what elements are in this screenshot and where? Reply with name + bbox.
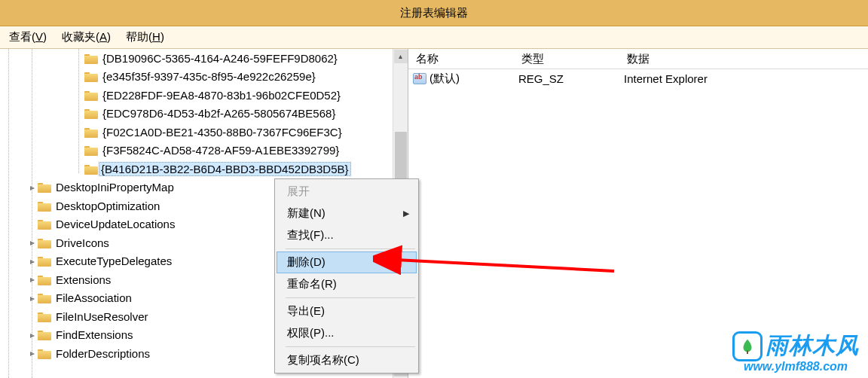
folder-icon	[38, 255, 51, 267]
tree-item[interactable]: ▸{EDC978D6-4D53-4b2f-A265-5805674BE568}	[0, 105, 393, 123]
tree-item[interactable]: ▸{e345f35f-9397-435c-8f95-4e922c26259e}	[0, 68, 393, 87]
watermark-brand: 雨林木风	[766, 331, 859, 361]
scroll-up-icon[interactable]: ▴	[394, 50, 408, 63]
cm-separator	[286, 248, 415, 249]
folder-icon	[38, 311, 51, 322]
string-value-icon	[413, 73, 426, 84]
value-type: REG_SZ	[518, 72, 624, 85]
folder-icon	[38, 348, 51, 359]
expand-icon[interactable]: ▸	[27, 293, 38, 303]
expand-icon[interactable]: ▸	[27, 274, 38, 285]
folder-icon	[38, 218, 51, 230]
cm-delete[interactable]: 删除(D)	[277, 251, 417, 273]
folder-icon	[38, 200, 51, 212]
tree-connector	[32, 49, 32, 378]
cm-rename[interactable]: 重命名(R)	[277, 273, 417, 295]
folder-icon	[38, 329, 51, 340]
value-name: (默认)	[429, 72, 460, 86]
value-row[interactable]: (默认) REG_SZ Internet Explorer	[408, 69, 868, 87]
cm-new[interactable]: 新建(N)▶	[277, 203, 417, 224]
cm-separator	[286, 297, 415, 298]
folder-icon	[84, 163, 98, 175]
details-header-row: 名称 类型 数据	[408, 49, 868, 69]
watermark-url: www.ylmf888.com	[744, 360, 848, 373]
folder-icon	[84, 90, 98, 101]
menu-help[interactable]: 帮助(H)	[118, 27, 172, 47]
watermark-logo-icon	[732, 331, 763, 361]
folder-icon	[38, 274, 51, 285]
content-area: ▸{DB19096C-5365-4164-A246-59FEFF9D8062} …	[0, 49, 868, 378]
tree-item-selected[interactable]: ▸{B416D21B-3B22-B6D4-BBD3-BBD452DB3D5B}	[0, 160, 393, 178]
folder-icon	[84, 145, 98, 156]
expand-icon[interactable]: ▸	[27, 182, 38, 193]
menu-favorites[interactable]: 收藏夹(A)	[54, 27, 118, 47]
folder-icon	[38, 292, 51, 303]
window-titlebar: 注册表编辑器	[0, 0, 868, 26]
col-header-data[interactable]: 数据	[619, 52, 868, 66]
folder-icon	[38, 181, 51, 193]
cm-copy-key-name[interactable]: 复制项名称(C)	[277, 349, 417, 371]
expand-icon[interactable]: ▸	[27, 330, 38, 340]
cm-find[interactable]: 查找(F)...	[277, 224, 417, 246]
folder-icon	[84, 53, 98, 64]
expand-icon[interactable]: ▸	[27, 256, 38, 267]
col-header-type[interactable]: 类型	[514, 52, 619, 66]
window-title: 注册表编辑器	[400, 6, 468, 20]
cm-export[interactable]: 导出(E)	[277, 300, 417, 322]
folder-icon	[84, 108, 98, 119]
cm-permissions[interactable]: 权限(P)...	[277, 322, 417, 344]
cm-expand: 展开	[277, 181, 417, 203]
menu-view[interactable]: 查看(V)	[2, 27, 54, 47]
watermark: 雨林木风 www.ylmf888.com	[732, 331, 859, 373]
menubar: 查看(V) 收藏夹(A) 帮助(H)	[0, 26, 868, 49]
expand-icon[interactable]: ▸	[27, 348, 38, 358]
folder-icon	[84, 71, 98, 82]
tree-connector	[8, 49, 9, 378]
folder-icon	[84, 127, 98, 138]
tree-item[interactable]: ▸{F3F5824C-AD58-4728-AF59-A1EBE3392799}	[0, 142, 393, 160]
expand-icon[interactable]: ▸	[27, 237, 38, 248]
svg-rect-1	[747, 350, 748, 354]
folder-icon	[38, 237, 51, 248]
tree-item[interactable]: ▸{DB19096C-5365-4164-A246-59FEFF9D8062}	[0, 49, 393, 68]
submenu-arrow-icon: ▶	[403, 209, 409, 218]
tree-item[interactable]: ▸{ED228FDF-9EA8-4870-83b1-96b02CFE0D52}	[0, 86, 393, 105]
context-menu: 展开 新建(N)▶ 查找(F)... 删除(D) 重命名(R) 导出(E) 权限…	[274, 178, 419, 373]
tree-connector	[78, 49, 79, 173]
col-header-name[interactable]: 名称	[408, 52, 514, 66]
cm-separator	[286, 346, 415, 347]
details-panel: 名称 类型 数据 (默认) REG_SZ Internet Explorer	[408, 49, 868, 378]
tree-item[interactable]: ▸{F02C1A0D-BE21-4350-88B0-7367FC96EF3C}	[0, 123, 393, 142]
value-data: Internet Explorer	[624, 72, 868, 85]
